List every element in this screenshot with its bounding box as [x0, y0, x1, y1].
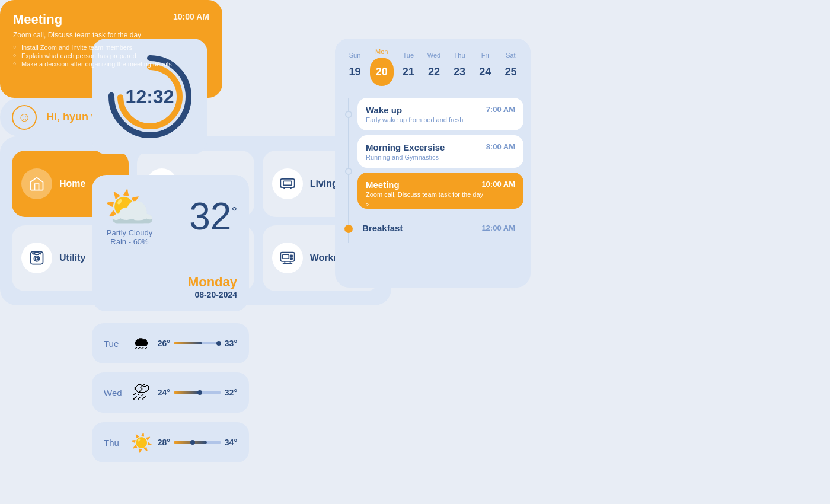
forecast-day-tue: Tue: [104, 339, 125, 349]
dot-exercise: [345, 168, 352, 175]
workroom-icon: [279, 250, 296, 266]
weather-temp: 32°: [189, 194, 237, 238]
schedule-wakeup[interactable]: Wake up 7:00 AM Early wake up from bed a…: [357, 98, 523, 130]
exercise-sub: Running and Gymnastics: [366, 154, 515, 161]
exercise-title: Morning Excersise: [366, 142, 445, 152]
svg-rect-4: [283, 181, 292, 185]
meeting-bullet-3: Make a decision after organizing the mee…: [13, 60, 209, 68]
home-icon: [28, 176, 45, 192]
dot-wakeup: [345, 111, 352, 118]
cal-day-sat: Sat 25: [500, 52, 521, 82]
cal-day-thu: Thu 23: [449, 52, 470, 82]
meeting-title: Meeting: [366, 180, 400, 190]
breakfast-time: 12:00 AM: [481, 224, 515, 232]
forecast-day-thu: Thu: [104, 438, 125, 448]
svg-point-6: [34, 256, 39, 261]
forecast-range-thu: 28° 34°: [158, 438, 237, 447]
breakfast-title: Breakfast: [362, 223, 403, 233]
room-utility-label: Utility: [59, 253, 85, 263]
dot-meeting: [344, 225, 353, 233]
livingroom-icon: [279, 176, 296, 192]
schedule-meeting[interactable]: Meeting 10:00 AM Zoom call, Discuss team…: [357, 173, 523, 209]
meeting-detail-time: 10:00 AM: [173, 12, 209, 21]
meeting-time: 10:00 AM: [481, 180, 515, 189]
meeting-detail-bullets: Install Zoom and Invite team members Exp…: [13, 44, 209, 68]
weather-condition: Partly Cloudy Rain - 60%: [104, 228, 155, 246]
forecast-thu: Thu ☀️ 28° 34°: [92, 422, 249, 462]
schedule-card: Sun 19 Mon 20 Tue 21 Wed 22 Thu 23 Fri 2…: [335, 39, 531, 288]
greeting-face-icon: ☺: [12, 105, 37, 130]
cal-day-wed: Wed 22: [423, 52, 445, 82]
wakeup-title: Wake up: [366, 105, 402, 115]
forecast-range-wed: 24° 32°: [158, 388, 237, 397]
weather-day: Monday: [104, 275, 237, 290]
svg-rect-3: [280, 179, 294, 187]
schedule-breakfast[interactable]: Breakfast 12:00 AM: [357, 213, 531, 243]
svg-rect-8: [35, 253, 39, 255]
cal-day-mon[interactable]: Mon 20: [370, 48, 394, 86]
weather-icon: ⛅: [104, 187, 155, 228]
weather-date: 08-20-2024: [104, 290, 237, 299]
svg-point-10: [40, 253, 41, 254]
livingroom-icon-box: [272, 168, 303, 199]
forecast-day-wed: Wed: [104, 388, 125, 398]
forecast-wed: Wed ⛈ 24° 32°: [92, 372, 249, 413]
weather-card: ⛅ Partly Cloudy Rain - 60% 32° Monday 08…: [92, 175, 249, 311]
forecast-tue: Tue 🌧 26° 33°: [92, 323, 249, 363]
clock-time: 12:32: [126, 85, 174, 107]
meeting-bullet-1: Install Zoom and Invite team members: [13, 44, 209, 51]
cal-day-sun: Sun 19: [344, 52, 366, 82]
calendar-header: Sun 19 Mon 20 Tue 21 Wed 22 Thu 23 Fri 2…: [335, 39, 531, 93]
svg-rect-15: [290, 258, 292, 259]
workroom-icon-box: [272, 243, 303, 273]
svg-rect-14: [290, 256, 292, 257]
home-icon-box: [21, 168, 52, 199]
utility-icon: [28, 250, 45, 266]
forecast-icon-wed: ⛈: [132, 382, 150, 403]
svg-point-7: [36, 257, 39, 260]
exercise-time: 8:00 AM: [486, 142, 515, 151]
meeting-detail-desc: Zoom call, Discuss team task for the day: [13, 31, 209, 39]
meeting-bullet-2: Explain what each person has prepared: [13, 52, 209, 59]
forecast-range-tue: 26° 33°: [158, 339, 237, 348]
meeting-sub: Zoom call, Discuss team task for the day: [366, 191, 515, 198]
wakeup-time: 7:00 AM: [486, 105, 515, 114]
svg-rect-13: [282, 254, 289, 259]
schedule-exercise[interactable]: Morning Excersise 8:00 AM Running and Gy…: [357, 135, 523, 168]
cal-day-tue: Tue 21: [398, 52, 419, 82]
meeting-detail-title: Meeting: [13, 12, 62, 27]
forecast-icon-thu: ☀️: [130, 432, 152, 453]
cal-day-fri: Fri 24: [474, 52, 496, 82]
schedule-body: Wake up 7:00 AM Early wake up from bed a…: [335, 98, 531, 243]
utility-icon-box: [21, 243, 52, 273]
forecast-icon-tue: 🌧: [132, 333, 150, 353]
wakeup-sub: Early wake up from bed and fresh: [366, 116, 515, 123]
room-home-label: Home: [59, 178, 85, 189]
svg-point-9: [33, 253, 34, 254]
